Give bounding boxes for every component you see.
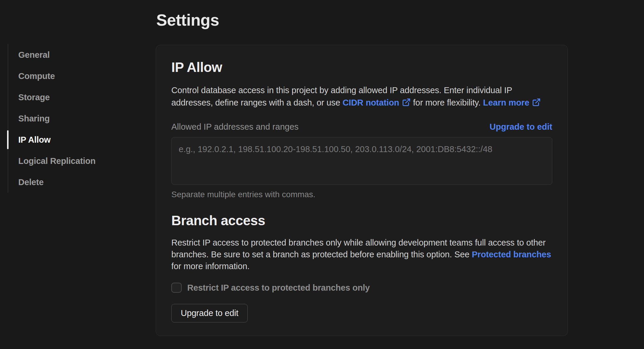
sidebar-item-ip-allow[interactable]: IP Allow: [8, 129, 132, 150]
learn-more-link[interactable]: Learn more: [483, 98, 541, 107]
restrict-protected-branches-label: Restrict IP access to protected branches…: [187, 283, 370, 293]
sidebar-item-sharing[interactable]: Sharing: [8, 108, 132, 129]
branch-access-heading: Branch access: [171, 212, 552, 229]
allowlist-help-text: Separate multiple entries with commas.: [171, 190, 552, 200]
restrict-protected-branches-checkbox[interactable]: [171, 283, 182, 293]
branch-access-description: Restrict IP access to protected branches…: [171, 237, 552, 272]
sidebar-item-label: IP Allow: [18, 135, 51, 145]
cidr-notation-link[interactable]: CIDR notation: [343, 98, 411, 107]
allowlist-field-row: Allowed IP addresses and ranges Upgrade …: [171, 121, 552, 133]
ip-allow-card: IP Allow Control database access in this…: [156, 45, 568, 336]
restrict-branches-row: Restrict IP access to protected branches…: [171, 283, 552, 293]
sidebar-item-logical-replication[interactable]: Logical Replication: [8, 150, 132, 172]
ip-allowlist-textarea[interactable]: [171, 137, 552, 185]
ip-allow-heading: IP Allow: [171, 59, 552, 76]
sidebar-item-general[interactable]: General: [8, 44, 132, 65]
sidebar-item-compute[interactable]: Compute: [8, 65, 132, 87]
protected-branches-link[interactable]: Protected branches: [472, 250, 551, 259]
settings-screen: Settings GeneralComputeStorageSharingIP …: [0, 0, 644, 349]
external-link-icon: [532, 98, 541, 107]
upgrade-to-edit-button[interactable]: Upgrade to edit: [171, 304, 248, 322]
sidebar-item-delete[interactable]: Delete: [8, 172, 132, 193]
sidebar-item-label: Delete: [18, 177, 44, 187]
upgrade-to-edit-link[interactable]: Upgrade to edit: [489, 121, 552, 133]
ip-allow-description: Control database access in this project …: [171, 84, 552, 109]
page-title: Settings: [156, 10, 219, 30]
sidebar-item-label: Storage: [18, 93, 50, 102]
sidebar-item-label: Logical Replication: [18, 156, 96, 166]
sidebar-item-label: General: [18, 50, 50, 60]
settings-nav: GeneralComputeStorageSharingIP AllowLogi…: [8, 44, 132, 193]
sidebar-item-storage[interactable]: Storage: [8, 87, 132, 108]
allowlist-field-label: Allowed IP addresses and ranges: [171, 121, 299, 133]
sidebar-item-label: Compute: [18, 71, 55, 81]
sidebar-item-label: Sharing: [18, 114, 50, 124]
external-link-icon: [402, 98, 411, 107]
